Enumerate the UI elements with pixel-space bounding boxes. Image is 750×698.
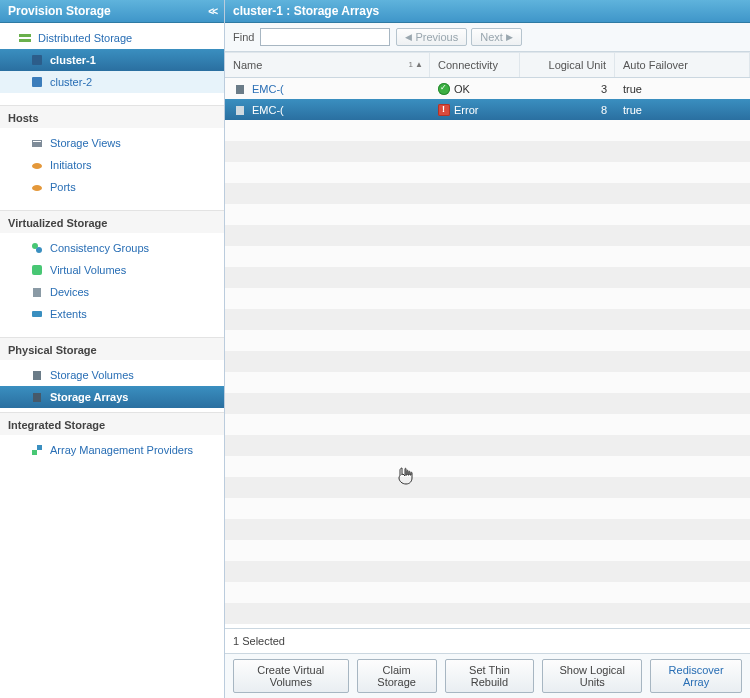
svg-rect-1 — [19, 39, 31, 42]
sidebar-item-extents[interactable]: Extents — [0, 303, 224, 325]
svg-rect-3 — [32, 77, 42, 87]
sidebar-item-label: Virtual Volumes — [50, 261, 126, 279]
sidebar-item-label: Storage Volumes — [50, 366, 134, 384]
svg-rect-11 — [33, 288, 41, 297]
find-label: Find — [233, 31, 254, 43]
column-connectivity[interactable]: Connectivity — [430, 53, 520, 77]
cell-name: EMC-( — [252, 83, 284, 95]
consistency-groups-icon — [30, 241, 44, 255]
sidebar-item-label: Storage Arrays — [50, 388, 128, 406]
table-row[interactable]: EMC-( OK 3 true — [225, 78, 750, 99]
cell-logical-unit: 3 — [520, 83, 615, 95]
cell-logical-unit: 8 — [520, 104, 615, 116]
svg-point-9 — [36, 247, 42, 253]
tree-item-label: cluster-2 — [50, 73, 92, 91]
claim-storage-button[interactable]: Claim Storage — [357, 659, 437, 693]
sidebar-item-label: Array Management Providers — [50, 441, 193, 459]
svg-rect-15 — [32, 450, 37, 455]
toolbar: Find ◀ Previous Next ▶ — [225, 23, 750, 52]
chevron-left-icon: ◀ — [405, 32, 412, 42]
main-title: cluster-1 : Storage Arrays — [225, 0, 750, 23]
cell-auto-failover: true — [615, 83, 750, 95]
array-icon — [233, 103, 247, 117]
grid-body: EMC-( OK 3 true EMC-( — [225, 78, 750, 628]
sidebar-item-ports[interactable]: Ports — [0, 176, 224, 198]
svg-rect-13 — [33, 371, 41, 380]
sidebar-item-label: Ports — [50, 178, 76, 196]
action-bar: Create Virtual Volumes Claim Storage Set… — [225, 653, 750, 698]
chevron-right-icon: ▶ — [506, 32, 513, 42]
sidebar-item-label: Devices — [50, 283, 89, 301]
svg-rect-16 — [37, 445, 42, 450]
distributed-storage-tree: Distributed Storage cluster-1 cluster-2 — [0, 23, 224, 105]
find-input[interactable] — [260, 28, 390, 46]
amp-icon — [30, 443, 44, 457]
sidebar: Provision Storage << Distributed Storage… — [0, 0, 225, 698]
rediscover-array-button[interactable]: Rediscover Array — [650, 659, 742, 693]
svg-rect-5 — [33, 141, 41, 142]
sort-indicator-icon: 1 ▲ — [408, 60, 423, 69]
next-label: Next — [480, 31, 503, 43]
virtual-volumes-icon — [30, 263, 44, 277]
sidebar-item-storage-arrays[interactable]: Storage Arrays — [0, 386, 224, 408]
sidebar-item-storage-views[interactable]: Storage Views — [0, 132, 224, 154]
sidebar-item-label: Extents — [50, 305, 87, 323]
svg-rect-2 — [32, 55, 42, 65]
next-button[interactable]: Next ▶ — [471, 28, 522, 46]
previous-button[interactable]: ◀ Previous — [396, 28, 467, 46]
sidebar-item-label: Initiators — [50, 156, 92, 174]
section-integrated-storage: Integrated Storage — [0, 412, 224, 435]
section-physical-storage: Physical Storage — [0, 337, 224, 360]
sidebar-item-consistency-groups[interactable]: Consistency Groups — [0, 237, 224, 259]
storage-arrays-icon — [30, 390, 44, 404]
svg-rect-10 — [32, 265, 42, 275]
tree-item-label: cluster-1 — [50, 51, 96, 69]
devices-icon — [30, 285, 44, 299]
column-name[interactable]: Name 1 ▲ — [225, 53, 430, 77]
previous-label: Previous — [415, 31, 458, 43]
sidebar-item-label: Storage Views — [50, 134, 121, 152]
tree-item-distributed-storage[interactable]: Distributed Storage — [0, 27, 224, 49]
cluster-icon — [30, 75, 44, 89]
sidebar-title: Provision Storage — [8, 4, 111, 18]
status-error-icon — [438, 104, 450, 116]
svg-rect-12 — [32, 311, 42, 317]
create-virtual-volumes-button[interactable]: Create Virtual Volumes — [233, 659, 349, 693]
section-virtualized-storage: Virtualized Storage — [0, 210, 224, 233]
table-row[interactable]: EMC-( Error 8 true — [225, 99, 750, 120]
svg-point-6 — [32, 163, 42, 169]
sidebar-item-label: Consistency Groups — [50, 239, 149, 257]
grid-header: Name 1 ▲ Connectivity Logical Unit Auto … — [225, 52, 750, 78]
collapse-sidebar-icon[interactable]: << — [208, 6, 216, 17]
array-icon — [233, 82, 247, 96]
sidebar-item-devices[interactable]: Devices — [0, 281, 224, 303]
sidebar-item-virtual-volumes[interactable]: Virtual Volumes — [0, 259, 224, 281]
storage-arrays-grid: Name 1 ▲ Connectivity Logical Unit Auto … — [225, 52, 750, 628]
cell-auto-failover: true — [615, 104, 750, 116]
set-thin-rebuild-button[interactable]: Set Thin Rebuild — [445, 659, 535, 693]
svg-point-7 — [32, 185, 42, 191]
extents-icon — [30, 307, 44, 321]
svg-rect-14 — [33, 393, 41, 402]
storage-views-icon — [30, 136, 44, 150]
svg-rect-0 — [19, 34, 31, 37]
cell-connectivity: OK — [454, 83, 470, 95]
storage-volumes-icon — [30, 368, 44, 382]
tree-item-label: Distributed Storage — [38, 29, 132, 47]
initiators-icon — [30, 158, 44, 172]
column-auto-failover[interactable]: Auto Failover — [615, 53, 750, 77]
svg-rect-18 — [236, 106, 244, 115]
tree-item-cluster-1[interactable]: cluster-1 — [0, 49, 224, 71]
show-logical-units-button[interactable]: Show Logical Units — [542, 659, 642, 693]
sidebar-item-initiators[interactable]: Initiators — [0, 154, 224, 176]
cell-name: EMC-( — [252, 104, 284, 116]
sidebar-item-array-management-providers[interactable]: Array Management Providers — [0, 439, 224, 461]
status-ok-icon — [438, 83, 450, 95]
tree-item-cluster-2[interactable]: cluster-2 — [0, 71, 224, 93]
main-panel: cluster-1 : Storage Arrays Find ◀ Previo… — [225, 0, 750, 698]
column-logical-unit[interactable]: Logical Unit — [520, 53, 615, 77]
ports-icon — [30, 180, 44, 194]
sidebar-item-storage-volumes[interactable]: Storage Volumes — [0, 364, 224, 386]
status-bar: 1 Selected — [225, 628, 750, 653]
section-hosts: Hosts — [0, 105, 224, 128]
